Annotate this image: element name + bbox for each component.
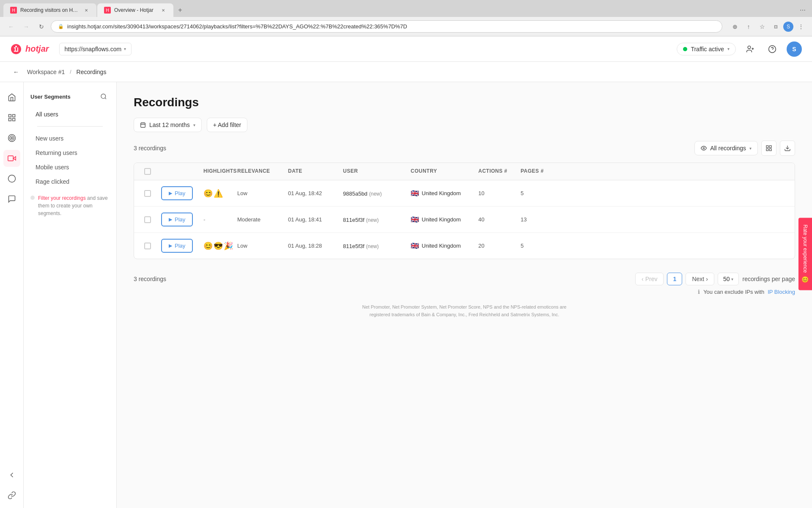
svg-rect-16 xyxy=(141,123,145,127)
traffic-chevron-icon: ▾ xyxy=(727,47,730,51)
share-icon[interactable]: ↑ xyxy=(743,21,754,33)
profile-icon[interactable]: S xyxy=(783,22,793,32)
sidebar-targeting-icon[interactable] xyxy=(3,130,20,146)
tab-close-overview[interactable]: ✕ xyxy=(160,7,167,14)
row3-play-button[interactable]: ▶ Play xyxy=(161,239,193,253)
add-filter-label: + Add filter xyxy=(213,121,241,128)
next-page-button[interactable]: Next › xyxy=(686,273,714,285)
rate-experience-emoji: 😊 xyxy=(802,276,809,284)
url-bar[interactable]: 🔒 insights.hotjar.com/sites/3090413/work… xyxy=(51,20,722,33)
svg-rect-13 xyxy=(8,156,13,161)
sidebar-heatmaps-icon[interactable] xyxy=(3,170,20,187)
current-page-number[interactable]: 1 xyxy=(667,273,682,285)
table-row: ▶ Play 😊 😎 🎉 Low 01 Aug, xyxy=(134,233,795,259)
prev-page-button[interactable]: ‹ Prev xyxy=(635,273,664,285)
sidebar-link-icon[interactable] xyxy=(3,487,20,504)
traffic-active-indicator[interactable]: Traffic active ▾ xyxy=(677,43,736,55)
per-page-chevron-icon: ▾ xyxy=(731,277,733,282)
extension-icon[interactable]: ⧈ xyxy=(770,21,782,33)
row2-flag-icon: 🇬🇧 xyxy=(411,215,419,224)
row1-user: 9885a5bd (new) xyxy=(340,184,407,203)
row2-play-button[interactable]: ▶ Play xyxy=(161,213,193,226)
site-url-selector[interactable]: https://snapflows.com ▾ xyxy=(59,43,132,55)
menu-icon[interactable]: ⋮ xyxy=(795,21,807,33)
row1-flag-icon: 🇬🇧 xyxy=(411,189,419,197)
row1-country-cell: 🇬🇧 United Kingdom xyxy=(411,189,472,197)
row2-user: 811e5f3f (new) xyxy=(340,210,407,229)
sidebar-feedback-icon[interactable] xyxy=(3,190,20,207)
tab-recording[interactable]: H Recording visitors on Hotjar ( ✕ xyxy=(3,3,96,17)
nav-search-button[interactable] xyxy=(98,91,110,102)
row3-country-name: United Kingdom xyxy=(422,243,461,249)
bookmark-icon[interactable]: ☆ xyxy=(756,21,768,33)
sidebar-collapse-icon[interactable] xyxy=(3,467,20,483)
app-header: hotjar https://snapflows.com ▾ Traffic a… xyxy=(0,36,812,62)
svg-point-0 xyxy=(748,46,751,49)
disclaimer-text: Net Promoter, Net Promoter System, Net P… xyxy=(359,304,570,318)
rate-experience-tab[interactable]: Rate your experience 😊 xyxy=(798,218,812,290)
col-relevance: Relevance xyxy=(234,163,285,180)
maximize-button[interactable]: ⋯ xyxy=(797,4,809,16)
browser-actions: ⊕ ↑ ☆ ⧈ S ⋮ xyxy=(729,21,807,33)
row2-country-name: United Kingdom xyxy=(422,216,461,223)
cast-icon[interactable]: ⊕ xyxy=(729,21,741,33)
sidebar-item-new-users[interactable]: New users xyxy=(30,132,110,145)
sidebar-home-icon[interactable] xyxy=(3,89,20,106)
tab-close-recording[interactable]: ✕ xyxy=(83,7,90,14)
row3-checkbox-input[interactable] xyxy=(144,243,151,249)
row2-highlights-empty: - xyxy=(203,216,206,223)
sidebar-item-all-users[interactable]: All users xyxy=(30,108,110,121)
nav-panel: User Segments All users New users Return… xyxy=(24,82,117,508)
new-tab-button[interactable]: + xyxy=(174,4,186,16)
forward-button[interactable]: → xyxy=(20,21,32,33)
tab-overview[interactable]: H Overview - Hotjar ✕ xyxy=(97,3,173,17)
hotjar-logo[interactable]: hotjar xyxy=(10,43,49,55)
row3-checkbox[interactable] xyxy=(141,237,158,255)
ip-blocking-link[interactable]: IP Blocking xyxy=(768,289,795,295)
row2-checkbox[interactable] xyxy=(141,210,158,229)
sidebar-item-returning-users[interactable]: Returning users xyxy=(30,146,110,160)
breadcrumb-workspace[interactable]: Workspace #1 xyxy=(27,69,65,75)
back-button[interactable]: ← xyxy=(5,21,17,33)
col-country: Country xyxy=(407,163,475,180)
add-filter-button[interactable]: + Add filter xyxy=(207,118,248,132)
sidebar-item-mobile-users[interactable]: Mobile users xyxy=(30,160,110,174)
table-body: ▶ Play 😊 ⚠️ Low 01 Aug, 18:42 xyxy=(134,180,795,259)
sidebar-recordings-icon[interactable] xyxy=(3,150,20,167)
user-avatar[interactable]: S xyxy=(787,41,802,57)
grid-view-button[interactable] xyxy=(761,141,776,156)
next-chevron-icon: › xyxy=(706,276,708,282)
reload-button[interactable]: ↻ xyxy=(36,21,47,33)
tab-favicon-hotjar: H xyxy=(10,7,17,14)
traffic-dot-icon xyxy=(683,47,687,51)
prev-label: Prev xyxy=(645,276,658,282)
date-filter-button[interactable]: Last 12 months ▾ xyxy=(134,118,202,132)
all-recordings-filter[interactable]: All recordings ▾ xyxy=(694,141,758,155)
row2-checkbox-input[interactable] xyxy=(144,216,151,223)
sidebar-item-rage-clicked[interactable]: Rage clicked xyxy=(30,175,110,188)
breadcrumb-back-button[interactable]: ← xyxy=(10,66,22,78)
row1-play-button[interactable]: ▶ Play xyxy=(161,186,193,200)
tab-bar: H Recording visitors on Hotjar ( ✕ H Ove… xyxy=(0,0,812,17)
footer-note-text: You can exclude IPs with xyxy=(703,289,764,295)
footer-note: ℹ You can exclude IPs with IP Blocking xyxy=(134,289,795,295)
filter-hint-text: Filter your recordings and save them to … xyxy=(38,194,110,217)
pagination-controls: ‹ Prev 1 Next › 50 ▾ recordings per page xyxy=(635,273,795,285)
icon-sidebar xyxy=(0,82,24,508)
per-page-selector[interactable]: 50 ▾ xyxy=(718,273,739,285)
row3-user-tag: (new) xyxy=(366,243,379,249)
row1-checkbox-input[interactable] xyxy=(144,190,151,197)
filter-hint-dot-icon xyxy=(30,196,35,200)
help-button[interactable] xyxy=(765,41,780,57)
filter-recordings-link[interactable]: Filter your recordings xyxy=(38,195,86,201)
svg-rect-6 xyxy=(12,115,15,117)
select-all-checkbox[interactable] xyxy=(144,168,151,175)
nav-divider xyxy=(37,126,103,127)
sidebar-dashboard-icon[interactable] xyxy=(3,109,20,126)
table-header-row: 3 recordings All recordings ▾ xyxy=(134,141,795,156)
header-left: hotjar https://snapflows.com ▾ xyxy=(10,43,132,55)
row2-date: 01 Aug, 18:41 xyxy=(285,210,340,229)
download-button[interactable] xyxy=(780,141,795,156)
add-user-button[interactable] xyxy=(743,41,758,57)
row1-checkbox[interactable] xyxy=(141,184,158,203)
